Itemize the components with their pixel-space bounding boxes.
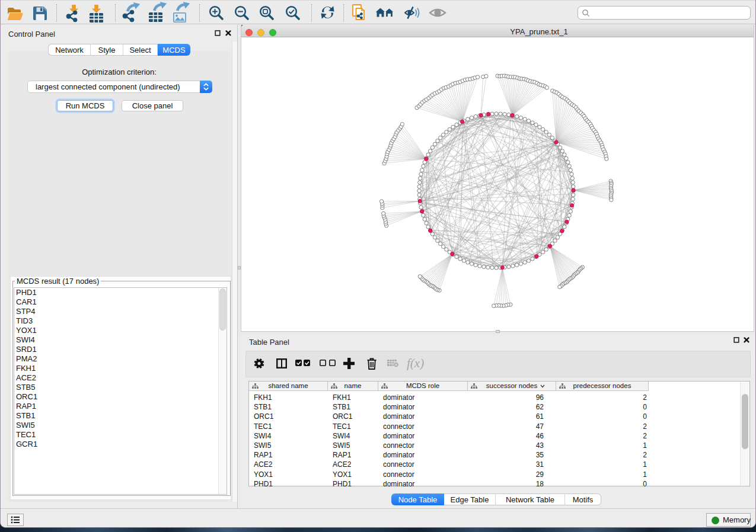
svg-text:f(x): f(x) xyxy=(407,356,424,370)
